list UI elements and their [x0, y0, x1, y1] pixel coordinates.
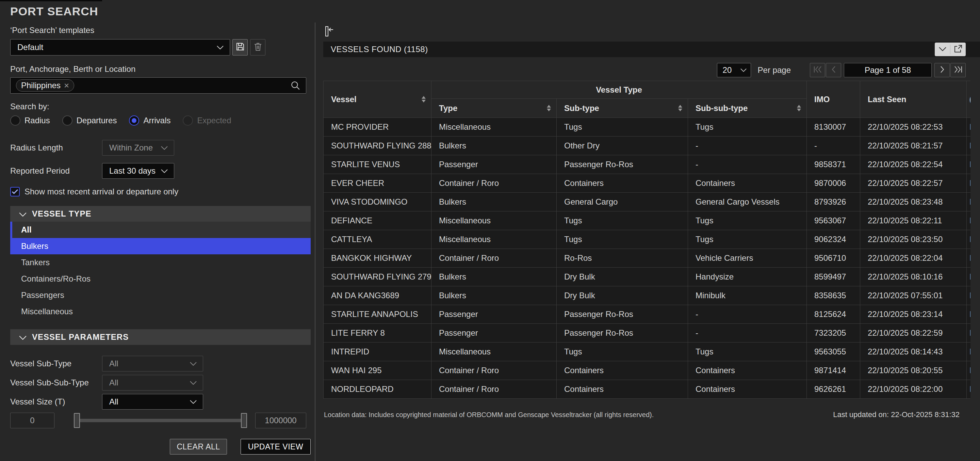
table-row[interactable]: NORDLEOPARD Container / Roro Containers …: [324, 380, 971, 399]
vessel-type-item[interactable]: Bulkers: [10, 238, 311, 254]
table-row[interactable]: SOUTHWARD FLYING 288 Bulkers Other Dry -…: [324, 137, 971, 155]
radio-label: Departures: [76, 116, 117, 125]
table-row[interactable]: AN DA KANG3689 Bulkers Dry Bulk Minibulk…: [324, 286, 971, 305]
radio-label: Radius: [24, 116, 50, 125]
update-view-button[interactable]: UPDATE VIEW: [240, 439, 311, 455]
clear-all-button[interactable]: CLEAR ALL: [170, 439, 227, 455]
column-header-sub-type[interactable]: Sub-type: [557, 99, 688, 118]
table-row[interactable]: VIVA STODOMINGO Bulkers General Cargo Ge…: [324, 193, 971, 211]
table-row[interactable]: LITE FERRY 8 Passenger Passenger Ro-Ros …: [324, 324, 971, 343]
export-button[interactable]: [950, 43, 966, 56]
sort-icon[interactable]: [422, 96, 426, 102]
radius-length-select[interactable]: Within Zone: [102, 140, 174, 156]
sort-icon[interactable]: [797, 105, 801, 111]
cell-clipped: I: [967, 155, 970, 174]
templates-select[interactable]: Default: [10, 39, 230, 56]
table-row[interactable]: BANGKOK HIGHWAY Container / Roro Ro-Ros …: [324, 249, 971, 268]
collapse-panel-button[interactable]: [325, 26, 334, 38]
first-page-button[interactable]: [810, 63, 825, 77]
next-page-button[interactable]: [934, 63, 950, 77]
delete-template-button[interactable]: [250, 39, 266, 56]
cell-vessel: AN DA KANG3689: [324, 286, 431, 305]
prev-page-button[interactable]: [826, 63, 841, 77]
table-row[interactable]: STARLITE VENUS Passenger Passenger Ro-Ro…: [324, 155, 971, 174]
column-header-sub-sub-type[interactable]: Sub-sub-type: [688, 99, 807, 118]
radio-icon: [183, 115, 193, 126]
copyright-notice: Location data: Includes copyrighted mate…: [324, 411, 654, 419]
vessel-parameters-section-title: VESSEL PARAMETERS: [32, 332, 129, 342]
recent-only-checkbox[interactable]: [10, 187, 20, 196]
vessel-type-item[interactable]: Miscellaneous: [10, 303, 311, 320]
search-by-radio[interactable]: Departures: [62, 115, 117, 126]
column-header-clipped[interactable]: (: [967, 81, 970, 118]
cell-imo: 8358635: [807, 286, 860, 305]
table-row[interactable]: SOUTHWARD FLYING 279 Bulkers Dry Bulk Ha…: [324, 268, 971, 286]
reported-period-value: Last 30 days: [109, 166, 156, 176]
vessel-type-item[interactable]: Passengers: [10, 287, 311, 303]
table-row[interactable]: EVER CHEER Container / Roro Containers C…: [324, 174, 971, 193]
cell-sub-type: Dry Bulk: [557, 286, 688, 305]
sort-icon[interactable]: [678, 105, 682, 111]
table-row[interactable]: MC PROVIDER Miscellaneous Tugs Tugs 8130…: [324, 118, 971, 137]
column-header-last-seen[interactable]: Last Seen: [860, 81, 967, 118]
reported-period-select[interactable]: Last 30 days: [102, 163, 174, 179]
radio-label: Expected: [197, 116, 231, 125]
cell-vessel: STARLITE VENUS: [324, 155, 431, 174]
vessel-type-item[interactable]: All: [10, 222, 311, 238]
chevron-down-icon: [19, 332, 27, 342]
table-row[interactable]: DEFIANCE Miscellaneous Tugs Tugs 9563067…: [324, 211, 971, 230]
column-header-imo[interactable]: IMO: [807, 81, 860, 118]
table-row[interactable]: STARLITE ANNAPOLIS Passenger Passenger R…: [324, 305, 971, 324]
table-row[interactable]: CATTLEYA Miscellaneous Tugs Tugs 9062324…: [324, 230, 971, 249]
sort-icon[interactable]: [547, 105, 551, 111]
chevron-down-icon: [740, 69, 746, 72]
port-search-input[interactable]: Philippines ×: [10, 77, 306, 94]
vessel-type-item[interactable]: Containers/Ro-Ros: [10, 271, 311, 287]
size-min-input[interactable]: 0: [10, 413, 54, 428]
cell-vessel: BANGKOK HIGHWAY: [324, 249, 431, 268]
cell-type: Miscellaneous: [431, 343, 557, 361]
cell-sub-sub-type: Containers: [688, 174, 807, 193]
vessel-sub-sub-type-select[interactable]: All: [102, 375, 203, 391]
save-template-button[interactable]: [232, 39, 248, 56]
cell-imo: 9626261: [807, 380, 860, 399]
page-title: PORT SEARCH: [10, 5, 311, 18]
radio-icon: [62, 115, 73, 126]
cell-vessel: DEFIANCE: [324, 211, 431, 230]
last-page-button[interactable]: [950, 63, 966, 77]
search-by-radio[interactable]: Expected: [183, 115, 231, 126]
results-table: Vessel Vessel Type IMO Last Seen (: [323, 81, 970, 399]
search-by-radio[interactable]: Arrivals: [129, 115, 170, 126]
cell-sub-sub-type: Minibulk: [688, 286, 807, 305]
cell-sub-type: Tugs: [557, 230, 688, 249]
table-row[interactable]: WAN HAI 295 Container / Roro Containers …: [324, 361, 971, 380]
vessel-sub-type-select[interactable]: All: [102, 356, 203, 372]
search-by-radio[interactable]: Radius: [10, 115, 50, 126]
cell-imo: 7323205: [807, 324, 860, 343]
cell-type: Bulkers: [431, 193, 557, 211]
cell-type: Passenger: [431, 305, 557, 324]
page-indicator[interactable]: Page 1 of 58: [844, 63, 932, 77]
cell-sub-type: Dry Bulk: [557, 268, 688, 286]
cell-sub-sub-type: Tugs: [688, 118, 807, 137]
vessel-size-select[interactable]: All: [102, 394, 203, 410]
cell-sub-sub-type: Tugs: [688, 230, 807, 249]
table-row[interactable]: INTREPID Miscellaneous Tugs Tugs 9563055…: [324, 343, 971, 361]
close-icon[interactable]: ×: [64, 81, 69, 90]
vessel-type-section-header[interactable]: VESSEL TYPE: [10, 206, 311, 222]
size-range-slider[interactable]: [74, 412, 247, 429]
column-header-vessel[interactable]: Vessel: [324, 81, 431, 118]
cell-vessel: INTREPID: [324, 343, 431, 361]
cell-last-seen: 22/10/2025 08:23:14: [860, 305, 967, 324]
vessel-parameters-section-header[interactable]: VESSEL PARAMETERS: [10, 329, 311, 345]
cell-sub-type: Tugs: [557, 118, 688, 137]
slider-handle-min[interactable]: [74, 413, 80, 428]
page-size-select[interactable]: 20: [717, 63, 751, 77]
vessel-type-item[interactable]: Tankers: [10, 254, 311, 271]
export-menu-button[interactable]: [935, 43, 950, 56]
slider-handle-max[interactable]: [241, 413, 247, 428]
column-header-type[interactable]: Type: [431, 99, 557, 118]
cell-clipped: I: [967, 193, 970, 211]
cell-sub-sub-type: -: [688, 155, 807, 174]
size-max-input[interactable]: 1000000: [255, 413, 306, 428]
